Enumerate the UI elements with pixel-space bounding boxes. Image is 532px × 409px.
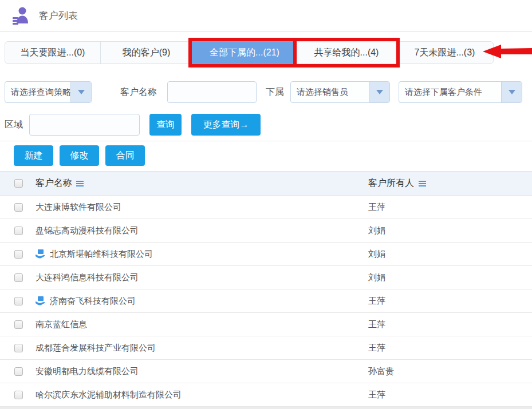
customer-owner: 王萍 — [368, 319, 385, 330]
customer-owner-cell: 王萍 — [368, 343, 532, 354]
row-checkbox[interactable] — [14, 203, 23, 212]
more-search-button[interactable]: 更多查询→ — [191, 114, 261, 136]
customer-name: 安徽明都电力线缆有限公司 — [36, 366, 139, 377]
salesman-dropdown[interactable]: 请选择销售员 — [290, 81, 390, 103]
customer-owner-cell: 王萍 — [368, 296, 532, 307]
table-row[interactable]: 成都莲合发展科技产业有限公司王萍 — [0, 336, 532, 360]
row-checkbox[interactable] — [14, 297, 23, 305]
table-row[interactable]: 哈尔滨庆东水泥辅助材料制造有限公司王萍 — [0, 383, 532, 407]
tab-3[interactable]: 共享给我的...(4) — [297, 41, 396, 64]
row-checkbox-cell — [0, 273, 36, 282]
table-row[interactable]: 济南奋飞科技有限公司王萍 — [0, 289, 532, 313]
customer-owner: 王萍 — [368, 202, 385, 213]
row-checkbox-cell — [0, 391, 36, 399]
customer-owner-cell: 刘娟 — [368, 272, 532, 283]
customer-owner: 刘娟 — [368, 272, 385, 283]
customer-name-cell: 盘锦志高动漫科技有限公司 — [36, 225, 368, 236]
action-button-2[interactable]: 合同 — [105, 145, 145, 166]
customer-name: 南京蓝红信息 — [36, 319, 87, 330]
customer-name: 济南奋飞科技有限公司 — [50, 296, 136, 307]
customer-owner-cell: 刘娟 — [368, 249, 532, 260]
region-input[interactable] — [29, 114, 140, 136]
customer-name: 盘锦志高动漫科技有限公司 — [36, 225, 139, 236]
customer-name: 成都莲合发展科技产业有限公司 — [36, 343, 156, 354]
chevron-down-icon[interactable] — [70, 82, 91, 102]
customer-name-cell: 安徽明都电力线缆有限公司 — [36, 366, 368, 377]
customer-name: 大连康博软件有限公司 — [36, 202, 121, 213]
customer-name-label: 客户名称 — [120, 86, 157, 98]
action-button-1[interactable]: 修改 — [60, 145, 99, 166]
customer-name-cell: 济南奋飞科技有限公司 — [36, 296, 368, 307]
query-strategy-value: 请选择查询策略 — [5, 82, 70, 102]
row-checkbox-cell — [0, 297, 36, 305]
row-checkbox-cell — [0, 203, 36, 212]
customer-list-page: 客户列表 当天要跟进...(0)我的客户(9)全部下属的...(21)共享给我的… — [0, 0, 532, 409]
filter-row-2: 区域 查询 更多查询→ — [0, 113, 532, 136]
filter-row-1: 请选择查询策略 客户名称 下属 请选择销售员 请选择下属客户条件 — [0, 81, 532, 104]
chevron-down-icon[interactable] — [501, 82, 522, 102]
tab-4[interactable]: 7天未跟进...(3) — [396, 41, 494, 64]
table-header-row: 客户名称 客户所有人 — [0, 171, 532, 196]
row-checkbox[interactable] — [14, 320, 23, 329]
header-checkbox-cell — [0, 179, 36, 188]
customer-name-cell: 南京蓝红信息 — [36, 319, 368, 330]
table-row[interactable]: 安徽明都电力线缆有限公司孙富贵 — [0, 360, 532, 383]
customer-name-column-header: 客户名称 — [36, 177, 368, 189]
table-row[interactable]: 大连科鸿信息科技有限公司刘娟 — [0, 266, 532, 289]
table-row[interactable]: 盘锦志高动漫科技有限公司刘娟 — [0, 219, 532, 243]
row-checkbox[interactable] — [14, 391, 23, 399]
customer-owner-cell: 孙富贵 — [368, 366, 532, 377]
customer-name-cell: 哈尔滨庆东水泥辅助材料制造有限公司 — [36, 390, 368, 400]
customer-name-cell: 大连科鸿信息科技有限公司 — [36, 272, 368, 283]
search-button[interactable]: 查询 — [149, 114, 182, 136]
table-row[interactable]: 大连康博软件有限公司王萍 — [0, 196, 532, 219]
subordinate-condition-dropdown[interactable]: 请选择下属客户条件 — [399, 81, 522, 103]
customer-owner: 刘娟 — [368, 249, 385, 260]
row-checkbox-cell — [0, 344, 36, 352]
customer-name-cell: 北京斯堪帕维科技有限公司 — [36, 249, 368, 260]
customer-owner-cell: 王萍 — [368, 202, 532, 213]
tab-2[interactable]: 全部下属的...(21) — [192, 41, 297, 64]
customer-owner-cell: 王萍 — [368, 390, 532, 400]
row-checkbox-cell — [0, 250, 36, 259]
tab-0[interactable]: 当天要跟进...(0) — [5, 41, 101, 64]
subordinate-condition-value: 请选择下属客户条件 — [399, 82, 501, 102]
column-menu-icon[interactable] — [419, 181, 426, 186]
red-arrow-annotation — [482, 43, 532, 59]
salesman-value: 请选择销售员 — [291, 82, 369, 102]
customer-name-input[interactable] — [167, 81, 257, 103]
column-label: 客户所有人 — [368, 177, 414, 189]
customer-owner: 王萍 — [368, 390, 385, 400]
select-all-checkbox[interactable] — [14, 179, 23, 188]
shared-customer-icon — [36, 296, 46, 305]
tab-1[interactable]: 我的客户(9) — [100, 41, 192, 64]
row-checkbox[interactable] — [14, 250, 23, 259]
column-menu-icon[interactable] — [76, 181, 84, 186]
customer-owner-cell: 刘娟 — [368, 225, 532, 236]
customer-owner: 孙富贵 — [368, 366, 394, 377]
row-checkbox-cell — [0, 367, 36, 376]
row-checkbox[interactable] — [14, 273, 23, 282]
query-strategy-dropdown[interactable]: 请选择查询策略 — [5, 81, 92, 103]
tab-bar: 当天要跟进...(0)我的客户(9)全部下属的...(21)共享给我的...(4… — [5, 41, 532, 64]
table-row[interactable]: 南京蓝红信息王萍 — [0, 313, 532, 336]
row-checkbox-cell — [0, 320, 36, 329]
row-checkbox[interactable] — [14, 367, 23, 376]
row-checkbox[interactable] — [14, 227, 23, 235]
row-checkbox-cell — [0, 227, 36, 235]
table-row[interactable]: 北京斯堪帕维科技有限公司刘娟 — [0, 243, 532, 266]
horizontal-scrollbar[interactable] — [0, 407, 532, 409]
column-label: 客户名称 — [36, 177, 72, 189]
customer-name-cell: 大连康博软件有限公司 — [36, 202, 368, 213]
row-checkbox[interactable] — [14, 344, 23, 352]
customer-person-icon — [11, 6, 30, 26]
table-body: 大连康博软件有限公司王萍盘锦志高动漫科技有限公司刘娟北京斯堪帕维科技有限公司刘娟… — [0, 196, 532, 407]
chevron-down-icon[interactable] — [369, 82, 389, 102]
action-button-0[interactable]: 新建 — [14, 145, 53, 166]
region-label: 区域 — [5, 119, 23, 131]
customer-owner: 王萍 — [368, 296, 385, 307]
customer-name: 大连科鸿信息科技有限公司 — [36, 272, 139, 283]
customer-name-cell: 成都莲合发展科技产业有限公司 — [36, 343, 368, 354]
customer-owner-column-header: 客户所有人 — [368, 177, 532, 189]
page-header: 客户列表 — [0, 0, 532, 32]
